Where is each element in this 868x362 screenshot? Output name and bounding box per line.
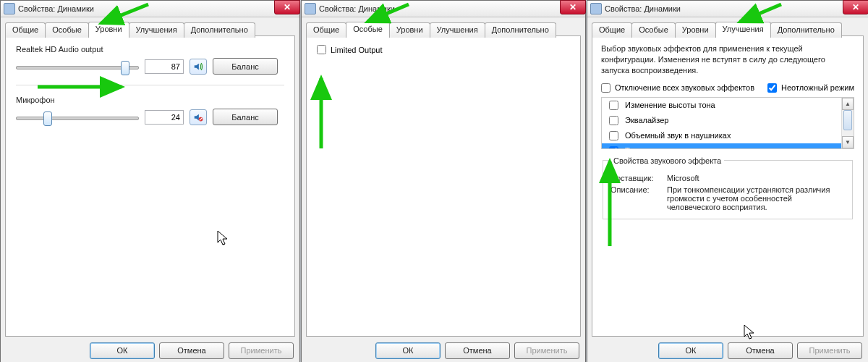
cancel-button[interactable]: Отмена	[728, 342, 793, 359]
slider-thumb[interactable]	[43, 111, 52, 126]
scrollbar-thumb[interactable]	[843, 110, 852, 130]
tab-enhance[interactable]: Улучшения	[129, 22, 184, 38]
titlebar[interactable]: Свойства: Динамики ✕	[587, 1, 868, 17]
urgent-mode-label: Неотложный режим	[781, 83, 854, 92]
tab-enhance[interactable]: Улучшения	[430, 22, 485, 38]
ok-button[interactable]: ОК	[375, 342, 441, 359]
apply-button[interactable]: Применить	[514, 342, 579, 359]
limited-output-input[interactable]	[317, 45, 326, 54]
speaker-app-icon	[4, 3, 15, 14]
urgent-mode-input[interactable]	[767, 83, 777, 93]
tab-levels[interactable]: Уровни	[88, 22, 129, 37]
separator	[16, 85, 284, 85]
effect-checkbox[interactable]	[609, 101, 618, 110]
effect-row-equalizer[interactable]: Эквалайзер	[602, 113, 842, 128]
effect-properties-group: Свойства звукового эффекта Поставщик:Mic…	[603, 156, 853, 219]
dialog-footer: ОК Отмена Применить	[302, 338, 585, 362]
speaker-app-icon	[305, 3, 316, 14]
dialog-footer: ОК Отмена Применить	[587, 338, 868, 362]
device2-volume-slider[interactable]	[16, 111, 139, 124]
tab-general[interactable]: Общие	[5, 22, 46, 38]
cancel-button[interactable]: Отмена	[445, 342, 510, 359]
effect-row-pitch[interactable]: Изменение высоты тона	[602, 98, 842, 113]
speaker-muted-icon	[193, 112, 203, 122]
device1-balance-button[interactable]: Баланс	[213, 58, 278, 75]
description-key: Описание:	[610, 185, 667, 211]
device2-mute-button[interactable]	[190, 109, 207, 125]
scroll-up-arrow-icon[interactable]: ▲	[842, 98, 854, 110]
tab-custom[interactable]: Особые	[631, 22, 676, 38]
device2-label: Микрофон	[16, 96, 284, 104]
tab-advanced[interactable]: Дополнительно	[184, 22, 255, 38]
window-title: Свойства: Динамики	[319, 4, 395, 13]
provider-value: Microsoft	[667, 174, 845, 182]
dialog-custom: Свойства: Динамики ✕ Общие Особые Уровни…	[301, 0, 586, 362]
scroll-down-arrow-icon[interactable]: ▼	[842, 136, 854, 148]
close-button[interactable]: ✕	[560, 0, 586, 14]
speaker-icon	[193, 62, 203, 72]
disable-all-effects-checkbox[interactable]: Отключение всех звуковых эффектов	[601, 83, 754, 93]
close-button[interactable]: ✕	[843, 0, 868, 14]
tab-custom[interactable]: Особые	[45, 22, 89, 38]
close-icon: ✕	[284, 3, 291, 12]
dialog-levels: Свойства: Динамики ✕ Общие Особые Уровни…	[0, 0, 300, 362]
apply-button[interactable]: Применить	[229, 342, 294, 359]
disable-all-effects-label: Отключение всех звуковых эффектов	[615, 83, 754, 92]
speaker-app-icon	[590, 3, 602, 14]
tab-content-enhancements: Выбор звуковых эффектов для применения к…	[592, 35, 864, 337]
effect-properties-legend: Свойства звукового эффекта	[610, 156, 724, 165]
ok-button[interactable]: ОК	[658, 342, 723, 359]
enhancements-description: Выбор звуковых эффектов для применения к…	[601, 43, 854, 76]
tab-advanced[interactable]: Дополнительно	[770, 22, 842, 38]
effect-checkbox[interactable]	[609, 131, 618, 140]
window-title: Свойства: Динамики	[605, 4, 681, 13]
limited-output-label: Limited Output	[331, 46, 383, 54]
effect-row-loudness[interactable]: Тонкомпенсация	[602, 143, 842, 149]
tab-levels[interactable]: Уровни	[389, 22, 430, 38]
device1-label: Realtek HD Audio output	[16, 45, 284, 54]
limited-output-checkbox[interactable]: Limited Output	[317, 45, 570, 54]
effects-scrollbar[interactable]: ▲ ▼	[841, 98, 854, 148]
window-title: Свойства: Динамики	[18, 4, 94, 13]
tab-general[interactable]: Общие	[306, 22, 346, 38]
description-value: При тонкомпенсации устраняются различия …	[667, 185, 845, 211]
close-icon: ✕	[569, 3, 576, 12]
tab-content-custom: Limited Output	[306, 35, 581, 337]
tab-levels[interactable]: Уровни	[675, 22, 716, 38]
effect-row-surround[interactable]: Объемный звук в наушниках	[602, 128, 842, 143]
tab-strip: Общие Особые Уровни Улучшения Дополнител…	[592, 21, 841, 36]
tab-general[interactable]: Общие	[592, 22, 632, 38]
ok-button[interactable]: ОК	[90, 342, 155, 359]
effect-label: Эквалайзер	[625, 116, 668, 125]
effect-label: Изменение высоты тона	[625, 101, 715, 109]
titlebar[interactable]: Свойства: Динамики ✕	[1, 1, 299, 17]
close-icon: ✕	[852, 3, 859, 12]
cancel-button[interactable]: Отмена	[159, 342, 224, 359]
device2-value[interactable]: 24	[145, 110, 184, 125]
slider-thumb[interactable]	[121, 61, 129, 75]
tab-enhance[interactable]: Улучшения	[715, 22, 771, 37]
stage: Свойства: Динамики ✕ Общие Особые Уровни…	[0, 0, 868, 362]
tab-strip: Общие Особые Уровни Улучшения Дополнител…	[306, 21, 556, 36]
tab-content-levels: Realtek HD Audio output 87 Баланс Микроф…	[5, 35, 295, 337]
effect-checkbox[interactable]	[609, 116, 618, 125]
disable-all-effects-input[interactable]	[601, 83, 610, 93]
effect-label: Объемный звук в наушниках	[625, 131, 731, 140]
device2-balance-button[interactable]: Баланс	[213, 109, 278, 125]
urgent-mode-checkbox[interactable]: Неотложный режим	[767, 83, 854, 93]
tab-advanced[interactable]: Дополнительно	[485, 22, 556, 38]
tab-custom[interactable]: Особые	[346, 22, 390, 37]
provider-key: Поставщик:	[610, 174, 667, 182]
apply-button[interactable]: Применить	[797, 342, 862, 359]
close-button[interactable]: ✕	[274, 0, 300, 14]
effects-listbox[interactable]: Изменение высоты тона Эквалайзер Объемны…	[601, 97, 854, 149]
tab-strip: Общие Особые Уровни Улучшения Дополнител…	[5, 21, 255, 36]
effect-label: Тонкомпенсация	[625, 146, 686, 149]
dialog-footer: ОК Отмена Применить	[1, 338, 299, 362]
device1-mute-button[interactable]	[190, 59, 207, 75]
effect-checkbox[interactable]	[609, 146, 618, 149]
device1-volume-slider[interactable]	[16, 60, 139, 73]
dialog-enhancements: Свойства: Динамики ✕ Общие Особые Уровни…	[587, 0, 868, 362]
titlebar[interactable]: Свойства: Динамики ✕	[302, 1, 585, 17]
device1-value[interactable]: 87	[145, 59, 184, 74]
